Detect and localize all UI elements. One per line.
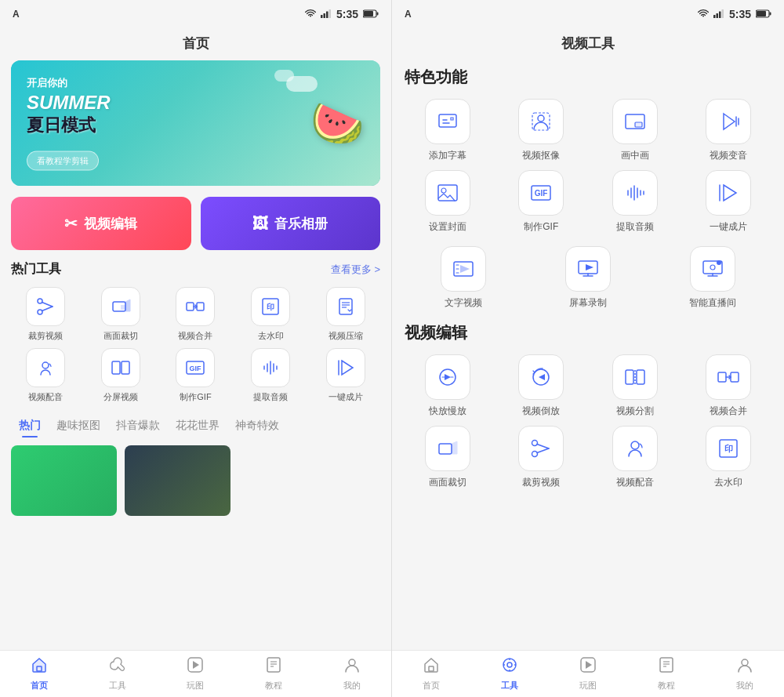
tab-special[interactable]: 神奇特效 <box>227 414 287 437</box>
right-tool-add-subtitle[interactable]: 添加字幕 <box>405 99 491 162</box>
tab-hot[interactable]: 热门 <box>11 414 49 437</box>
right-tutorial-icon <box>658 656 675 677</box>
tool-make-gif[interactable]: GIF 制作GIF <box>162 348 230 403</box>
left-nav-tools[interactable]: 工具 <box>78 656 157 692</box>
right-tool-video-portrait[interactable]: 视频抠像 <box>499 99 585 162</box>
tool-compress-video-label: 视频压缩 <box>328 330 363 342</box>
tool-video-voiceover[interactable]: 视频配音 <box>11 348 80 403</box>
left-nav-tutorial-label: 教程 <box>265 680 282 692</box>
video-edit-button[interactable]: ✂ 视频编辑 <box>11 197 191 250</box>
right-tool-one-click-label: 一键成片 <box>710 220 747 234</box>
svg-rect-40 <box>757 11 766 16</box>
svg-rect-66 <box>718 372 726 382</box>
left-nav-mine[interactable]: 我的 <box>313 656 391 692</box>
right-tool-voice-change[interactable]: 视频变音 <box>686 99 772 162</box>
see-more-button[interactable]: 查看更多 > <box>331 263 380 277</box>
make-gif-icon-box: GIF <box>176 348 215 387</box>
right-tool-crop[interactable]: 画面裁切 <box>405 426 491 489</box>
right-tool-extract-audio[interactable]: 提取音频 <box>592 170 678 234</box>
tool-make-gif-label: 制作GIF <box>180 391 211 403</box>
right-tool-make-gif-label: 制作GIF <box>524 220 558 234</box>
right-tool-split[interactable]: 视频分割 <box>592 354 678 418</box>
tab-douyin[interactable]: 抖音爆款 <box>108 414 168 437</box>
svg-point-34 <box>349 659 355 666</box>
tool-video-voiceover-label: 视频配音 <box>28 391 63 403</box>
banner[interactable]: 🍉 开启你的 SUMMER 夏日模式 看教程学剪辑 <box>11 60 380 186</box>
svg-text:印: 印 <box>724 444 733 453</box>
right-time: 5:35 <box>729 8 751 20</box>
left-content: 🍉 开启你的 SUMMER 夏日模式 看教程学剪辑 ✂ 视频编辑 🖼 音乐相册 … <box>0 60 391 650</box>
right-content: 特色功能 添加字幕 视频抠像 画中画 <box>392 60 784 650</box>
right-tool-cut[interactable]: 裁剪视频 <box>499 426 585 489</box>
tool-remove-watermark[interactable]: 印 去水印 <box>236 287 305 342</box>
edit-tools-grid: 快放慢放 视频倒放 视频分割 视频合并 <box>405 354 771 489</box>
svg-rect-14 <box>197 303 204 310</box>
music-album-button[interactable]: 🖼 音乐相册 <box>201 197 381 250</box>
status-left: A <box>13 9 20 20</box>
right-tool-screen-record[interactable]: 屏幕录制 <box>529 246 646 310</box>
remove-watermark-icon-box: 印 <box>251 287 290 326</box>
right-tool-one-click[interactable]: 一键成片 <box>686 170 772 234</box>
svg-marker-29 <box>193 661 199 669</box>
home-icon <box>31 656 48 677</box>
svg-rect-1 <box>323 13 325 18</box>
tool-extract-audio-label: 提取音频 <box>253 391 288 403</box>
right-tool-pip[interactable]: 画中画 <box>592 99 678 162</box>
svg-rect-77 <box>429 666 434 671</box>
right-nav-tools[interactable]: 工具 <box>470 656 549 692</box>
right-tool-merge[interactable]: 视频合并 <box>686 354 772 418</box>
carrier-icon: A <box>13 9 20 20</box>
right-nav-mine[interactable]: 我的 <box>706 656 784 692</box>
right-nav-home[interactable]: 首页 <box>392 656 470 692</box>
right-tool-set-cover[interactable]: 设置封面 <box>405 170 491 234</box>
merge-video-icon-box <box>176 287 215 326</box>
right-nav-play[interactable]: 玩图 <box>549 656 627 692</box>
right-bottom-nav: 首页 工具 玩图 教程 我的 <box>392 650 784 697</box>
svg-rect-30 <box>267 658 280 672</box>
video-voiceover-icon-box <box>26 348 65 387</box>
tool-extract-audio[interactable]: 提取音频 <box>236 348 305 403</box>
extract-audio-icon-box <box>251 348 290 387</box>
svg-marker-85 <box>586 661 592 669</box>
svg-rect-22 <box>112 361 120 374</box>
right-tool-reverse[interactable]: 视频倒放 <box>499 354 585 418</box>
right-battery-icon <box>756 9 771 20</box>
right-tool-text-video[interactable]: 文字视频 <box>405 246 521 310</box>
left-nav-mine-label: 我的 <box>343 680 361 692</box>
banner-button[interactable]: 看教程学剪辑 <box>27 151 99 171</box>
right-tool-video-portrait-label: 视频抠像 <box>522 149 560 162</box>
tool-cut-video[interactable]: 裁剪视频 <box>11 287 80 342</box>
tool-one-click[interactable]: 一键成片 <box>311 348 380 403</box>
mine-icon <box>343 656 361 677</box>
right-tool-watermark[interactable]: 印 去水印 <box>686 426 772 489</box>
thumbnail-2[interactable] <box>125 445 230 516</box>
right-play-icon <box>579 656 597 677</box>
svg-rect-41 <box>770 12 771 15</box>
left-nav-tutorial[interactable]: 教程 <box>234 656 313 692</box>
left-nav-home-label: 首页 <box>31 680 48 692</box>
right-tool-voiceover[interactable]: 视频配音 <box>592 426 678 489</box>
tab-flowers[interactable]: 花花世界 <box>168 414 227 437</box>
right-tool-smart-live[interactable]: 智能直播间 <box>655 246 771 310</box>
left-nav-play[interactable]: 玩图 <box>157 656 235 692</box>
svg-rect-23 <box>122 361 129 374</box>
tool-crop-screen[interactable]: 画面裁切 <box>86 287 155 342</box>
left-nav-home[interactable]: 首页 <box>0 656 78 692</box>
right-nav-tools-label: 工具 <box>501 680 518 692</box>
svg-marker-47 <box>724 114 735 129</box>
feature-tools-row3: 文字视频 屏幕录制 智能直播间 <box>405 246 771 310</box>
right-wifi-icon <box>698 9 709 20</box>
tool-merge-video[interactable]: 视频合并 <box>162 287 230 342</box>
right-nav-tutorial-label: 教程 <box>658 680 675 692</box>
right-tool-make-gif[interactable]: GIF 制作GIF <box>499 170 585 234</box>
thumbnail-1[interactable] <box>11 445 117 516</box>
right-page-title: 视频工具 <box>392 28 784 60</box>
right-status-left: A <box>405 9 412 20</box>
tool-compress-video[interactable]: 视频压缩 <box>311 287 380 342</box>
tab-funny[interactable]: 趣味抠图 <box>49 414 108 437</box>
right-nav-tutorial[interactable]: 教程 <box>627 656 706 692</box>
svg-marker-52 <box>724 185 736 201</box>
right-tool-fast-slow[interactable]: 快放慢放 <box>405 354 491 418</box>
tool-split-screen[interactable]: 分屏视频 <box>86 348 155 403</box>
right-nav-mine-label: 我的 <box>736 680 753 692</box>
